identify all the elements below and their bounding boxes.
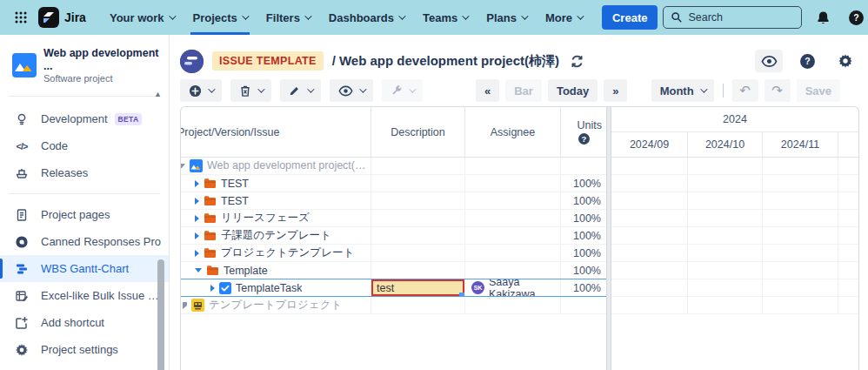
redo-button[interactable]: ↷ xyxy=(765,79,791,102)
nav-item-more[interactable]: More xyxy=(536,0,591,35)
units-cell[interactable]: 100% xyxy=(561,262,606,279)
sidebar-item-excel-like-bulk-issue-e-[interactable]: Excel-like Bulk Issue E... xyxy=(0,282,169,309)
view-button[interactable] xyxy=(330,79,373,102)
nav-item-dashboards[interactable]: Dashboards xyxy=(319,0,413,35)
search-box[interactable] xyxy=(663,6,802,29)
assignee-cell[interactable] xyxy=(465,262,561,279)
today-button[interactable]: Today xyxy=(548,79,598,102)
units-cell[interactable]: 100% xyxy=(561,245,606,261)
sidebar-items: DevelopmentBETA</>CodeReleasesProject pa… xyxy=(0,105,169,363)
nav-item-teams[interactable]: Teams xyxy=(413,0,477,35)
expand-caret-icon[interactable] xyxy=(195,250,199,257)
units-help-icon[interactable]: ? xyxy=(578,133,590,145)
collapse-caret-icon[interactable] xyxy=(181,164,185,168)
sidebar-item-canned-responses-pro[interactable]: Canned Responses Pro xyxy=(0,228,169,255)
units-cell[interactable]: 100% xyxy=(561,192,606,209)
sidebar-item-label: Development xyxy=(41,112,108,125)
tools-button[interactable] xyxy=(382,79,423,102)
app-switcher-icon[interactable] xyxy=(9,5,33,30)
expand-caret-icon[interactable] xyxy=(195,180,199,187)
expand-caret-icon[interactable] xyxy=(195,198,199,205)
description-cell[interactable] xyxy=(371,158,465,174)
description-cell[interactable] xyxy=(371,175,465,192)
sidebar-item-project-settings[interactable]: Project settings xyxy=(0,336,169,363)
nav-item-your-work[interactable]: Your work xyxy=(100,0,184,35)
issue-name-cell[interactable]: TEST xyxy=(181,192,371,209)
issue-name-cell[interactable]: TemplateTask xyxy=(181,279,371,296)
notifications-button[interactable] xyxy=(811,5,835,30)
project-header[interactable]: Web app development ... Software project xyxy=(0,35,169,94)
add-issue-button[interactable] xyxy=(180,79,222,102)
search-input[interactable] xyxy=(688,11,784,24)
description-cell[interactable] xyxy=(371,227,465,244)
units-cell[interactable]: 100% xyxy=(561,279,606,296)
undo-button[interactable]: ↶ xyxy=(732,79,758,102)
issue-name-cell[interactable]: Template xyxy=(181,262,371,279)
save-button[interactable]: Save xyxy=(797,79,840,102)
description-cell[interactable] xyxy=(371,245,465,261)
sidebar-item-add-shortcut[interactable]: Add shortcut xyxy=(0,309,169,336)
create-button[interactable]: Create xyxy=(602,5,658,30)
sidebar-item-code[interactable]: </>Code xyxy=(0,132,169,159)
assignee-cell[interactable] xyxy=(465,210,561,226)
scroll-up-icon[interactable]: ▲ xyxy=(154,90,162,98)
issue-name-cell[interactable]: テンプレートプロジェクト xyxy=(181,297,371,313)
assignee-cell[interactable] xyxy=(465,227,561,244)
sidebar-item-label: Project settings xyxy=(41,343,118,356)
gantt-help-button[interactable]: ? xyxy=(793,50,821,72)
delete-button[interactable] xyxy=(230,79,271,102)
sidebar-item-project-pages[interactable]: Project pages xyxy=(0,201,169,228)
units-cell[interactable]: 100% xyxy=(561,210,606,226)
nav-item-projects[interactable]: Projects xyxy=(184,0,257,35)
timeline-month-partial xyxy=(838,132,858,157)
units-cell[interactable]: 100% xyxy=(561,227,606,244)
description-cell[interactable] xyxy=(371,262,465,279)
collapse-caret-icon[interactable] xyxy=(195,268,202,272)
visibility-button[interactable] xyxy=(755,50,783,72)
sidebar-item-releases[interactable]: Releases xyxy=(0,159,169,186)
timeline-months: 2024/09 2024/10 2024/11 xyxy=(611,132,858,157)
fill-handle[interactable] xyxy=(459,293,464,296)
description-cell[interactable]: test xyxy=(371,279,465,296)
sidebar-scrollbar[interactable] xyxy=(157,259,164,370)
expand-caret-icon[interactable] xyxy=(183,302,187,309)
issue-name-cell[interactable]: TEST xyxy=(181,175,371,192)
expand-caret-icon[interactable] xyxy=(210,285,215,292)
zoom-scale-dropdown[interactable]: Month xyxy=(651,79,714,102)
issue-name-cell[interactable]: プロジェクトテンプレート xyxy=(181,245,371,261)
panel-splitter[interactable] xyxy=(606,107,611,370)
issue-name-cell[interactable]: Web app development project(柿澤) xyxy=(181,158,371,174)
scroll-left-button[interactable]: « xyxy=(476,79,499,102)
units-cell[interactable] xyxy=(561,158,606,174)
nav-item-plans[interactable]: Plans xyxy=(477,0,536,35)
help-button[interactable]: ? xyxy=(844,5,868,30)
jira-logo[interactable]: Jira xyxy=(38,7,86,28)
navbar-left: Jira xyxy=(9,5,95,30)
assignee-cell[interactable] xyxy=(465,175,561,192)
assignee-cell[interactable] xyxy=(465,158,561,174)
refresh-button[interactable] xyxy=(570,54,584,69)
sidebar-item-wbs-gantt-chart[interactable]: WBS Gantt-Chart xyxy=(0,255,169,282)
description-cell[interactable] xyxy=(371,210,465,226)
bar-button[interactable]: Bar xyxy=(505,79,542,102)
description-cell[interactable] xyxy=(371,192,465,209)
units-cell[interactable]: 100% xyxy=(561,175,606,192)
timeline-header: 2024 2024/09 2024/10 2024/11 xyxy=(611,107,858,157)
assignee-cell[interactable] xyxy=(465,245,561,261)
units-cell[interactable] xyxy=(561,297,606,313)
expand-caret-icon[interactable] xyxy=(195,215,199,222)
issue-name-cell[interactable]: リリースフェーズ xyxy=(181,210,371,226)
search-icon xyxy=(671,11,683,24)
issue-name-cell[interactable]: 子課題のテンプレート xyxy=(181,227,371,244)
assignee-cell[interactable] xyxy=(465,297,561,313)
gantt-settings-button[interactable] xyxy=(831,50,859,72)
expand-caret-icon[interactable] xyxy=(195,232,199,239)
nav-item-filters[interactable]: Filters xyxy=(257,0,319,35)
edit-button[interactable] xyxy=(280,79,321,102)
assignee-cell[interactable]: SKSaaya Kakizawa xyxy=(465,279,561,296)
sidebar-item-development[interactable]: DevelopmentBETA xyxy=(0,105,169,132)
description-cell[interactable] xyxy=(371,297,465,313)
assignee-cell[interactable] xyxy=(465,192,561,209)
scroll-right-button[interactable]: » xyxy=(604,79,627,102)
selected-description-cell[interactable]: test xyxy=(371,279,464,296)
